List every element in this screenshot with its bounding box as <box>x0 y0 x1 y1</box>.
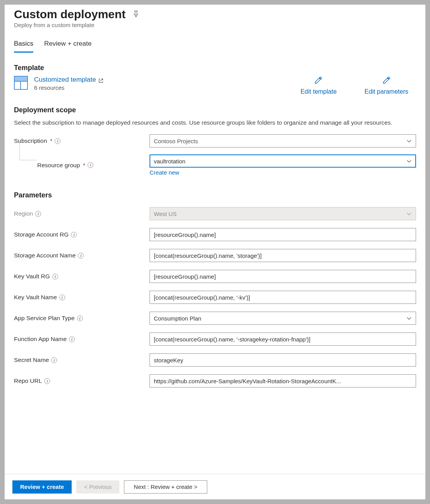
info-icon[interactable]: i <box>35 211 41 217</box>
region-select: West US <box>150 207 416 220</box>
template-info: Customized template 6 resources <box>34 76 103 91</box>
info-icon[interactable]: i <box>51 357 57 363</box>
customized-template-link[interactable]: Customized template <box>34 76 103 84</box>
tab-basics[interactable]: Basics <box>14 38 33 53</box>
content-area: Custom deployment Deploy from a custom t… <box>5 5 425 474</box>
info-icon[interactable]: i <box>69 336 75 342</box>
custom-deployment-panel: Custom deployment Deploy from a custom t… <box>5 5 425 499</box>
info-icon[interactable]: i <box>55 138 60 144</box>
edit-parameters-link[interactable]: Edit parameters <box>365 76 408 95</box>
info-icon[interactable]: i <box>77 315 83 321</box>
footer-bar: Review + create < Previous Next : Review… <box>5 474 425 499</box>
app-service-plan-select[interactable]: Consumption Plan <box>150 312 416 325</box>
storage-account-name-row: Storage Account Name i <box>14 249 416 262</box>
function-app-name-label: Function App Name i <box>14 336 150 343</box>
key-vault-rg-row: Key Vault RG i <box>14 270 416 283</box>
edit-template-label: Edit template <box>301 88 337 95</box>
template-resource-count: 6 resources <box>34 84 103 91</box>
scope-description: Select the subscription to manage deploy… <box>14 118 416 127</box>
info-icon[interactable]: i <box>52 274 58 279</box>
edit-template-link[interactable]: Edit template <box>301 76 337 95</box>
app-service-plan-label: App Service Plan Type i <box>14 315 150 322</box>
required-indicator: * <box>83 162 85 169</box>
info-icon[interactable]: i <box>59 295 65 300</box>
resource-group-select[interactable]: vaultrotation <box>150 154 416 168</box>
tab-review-create[interactable]: Review + create <box>44 38 91 53</box>
external-link-icon <box>98 77 103 82</box>
subscription-value: Contoso Projects <box>154 138 198 144</box>
subscription-row: Subscription* i Contoso Projects <box>14 134 416 147</box>
customized-template-label: Customized template <box>34 76 96 84</box>
key-vault-name-input[interactable] <box>150 291 416 304</box>
info-icon[interactable]: i <box>71 232 77 238</box>
repo-url-input[interactable] <box>150 374 416 387</box>
parameters-heading: Parameters <box>14 191 416 199</box>
key-vault-name-row: Key Vault Name i <box>14 291 416 304</box>
region-value: West US <box>154 211 177 217</box>
previous-button: < Previous <box>76 480 119 494</box>
storage-account-rg-row: Storage Account RG i <box>14 228 416 241</box>
template-row: Customized template 6 resources Edit tem… <box>14 76 416 95</box>
function-app-name-row: Function App Name i <box>14 333 416 346</box>
secret-name-label: Secret Name i <box>14 357 150 363</box>
storage-account-name-label: Storage Account Name i <box>14 252 150 259</box>
template-heading: Template <box>14 64 416 72</box>
repo-url-label: Repo URL i <box>14 377 150 384</box>
template-actions: Edit template Edit parameters <box>301 76 416 95</box>
title-row: Custom deployment <box>14 8 416 21</box>
storage-account-name-input[interactable] <box>150 249 416 262</box>
pencil-icon <box>382 76 391 86</box>
chevron-down-icon <box>406 158 412 164</box>
storage-account-rg-label: Storage Account RG i <box>14 231 150 238</box>
key-vault-rg-input[interactable] <box>150 270 416 283</box>
page-title: Custom deployment <box>14 8 126 21</box>
secret-name-row: Secret Name i <box>14 353 416 367</box>
parameters-form: Region i West US Storage Account RG i <box>14 207 416 387</box>
scope-heading: Deployment scope <box>14 106 416 114</box>
create-new-link[interactable]: Create new <box>150 169 179 176</box>
required-indicator: * <box>50 137 52 144</box>
app-service-plan-value: Consumption Plan <box>154 315 201 322</box>
secret-name-input[interactable] <box>150 353 416 367</box>
chevron-down-icon <box>406 211 412 216</box>
info-icon[interactable]: i <box>78 253 84 259</box>
resource-group-row: Resource group* i vaultrotation Create n… <box>14 154 416 176</box>
key-vault-name-label: Key Vault Name i <box>14 294 150 301</box>
resource-group-value: vaultrotation <box>154 158 186 165</box>
region-label: Region i <box>14 210 150 217</box>
chevron-down-icon <box>406 138 412 144</box>
subscription-select[interactable]: Contoso Projects <box>150 134 416 147</box>
function-app-name-input[interactable] <box>150 333 416 346</box>
tabs: Basics Review + create <box>14 38 416 53</box>
pencil-icon <box>314 76 323 86</box>
template-icon <box>14 76 28 90</box>
app-service-plan-row: App Service Plan Type i Consumption Plan <box>14 312 416 325</box>
review-create-button[interactable]: Review + create <box>12 480 72 494</box>
storage-account-rg-input[interactable] <box>150 228 416 241</box>
resource-group-label: Resource group* i <box>37 162 150 169</box>
info-icon[interactable]: i <box>44 378 50 384</box>
key-vault-rg-label: Key Vault RG i <box>14 273 150 280</box>
pin-icon[interactable] <box>132 10 139 19</box>
edit-parameters-label: Edit parameters <box>365 88 408 95</box>
region-row: Region i West US <box>14 207 416 220</box>
info-icon[interactable]: i <box>88 162 93 168</box>
chevron-down-icon <box>406 315 412 321</box>
repo-url-row: Repo URL i <box>14 374 416 387</box>
next-button[interactable]: Next : Review + create > <box>124 480 207 494</box>
page-subtitle: Deploy from a custom template <box>14 22 416 28</box>
